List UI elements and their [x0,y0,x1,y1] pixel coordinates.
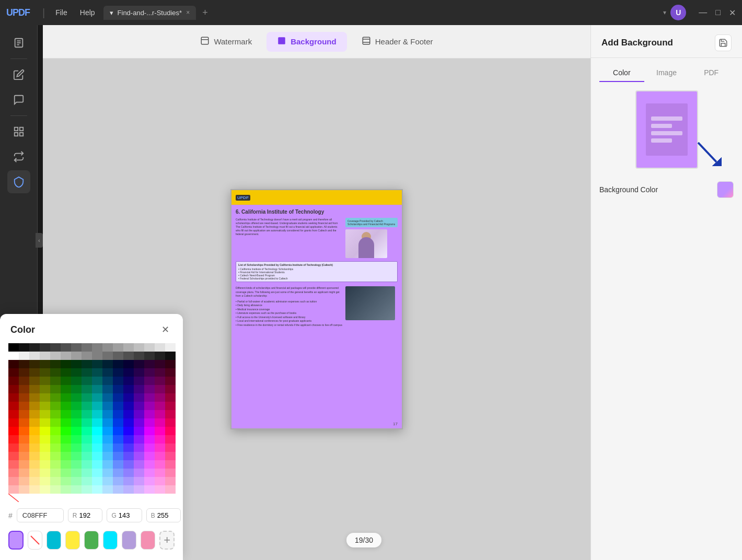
color-cell[interactable] [61,477,71,485]
color-cell[interactable] [92,444,102,452]
color-cell[interactable] [29,393,40,402]
color-cell[interactable] [113,410,123,418]
color-cell[interactable] [71,410,82,418]
pink-swatch[interactable] [141,531,155,550]
color-cell[interactable] [82,469,92,477]
color-cell[interactable] [102,393,113,402]
color-cell[interactable] [8,385,19,393]
color-cell[interactable] [102,360,113,368]
color-cell[interactable] [102,343,113,352]
color-cell[interactable] [71,485,82,494]
color-cell[interactable] [50,393,61,402]
color-cell[interactable] [92,418,102,427]
hex-input[interactable] [17,508,64,522]
color-cell[interactable] [144,352,155,360]
color-cell[interactable] [134,444,144,452]
color-cell[interactable] [50,343,61,352]
color-cell[interactable] [82,393,92,402]
color-cell[interactable] [113,435,123,444]
color-cell[interactable] [92,385,102,393]
maximize-button[interactable]: □ [715,8,721,18]
color-cell[interactable] [165,485,176,494]
color-cell[interactable] [82,418,92,427]
color-cell[interactable] [134,460,144,469]
color-cell[interactable] [50,477,61,485]
color-cell[interactable] [123,444,134,452]
color-cell[interactable] [61,410,71,418]
color-cell[interactable] [134,469,144,477]
color-cell[interactable] [92,377,102,385]
color-cell[interactable] [19,368,29,377]
color-cell[interactable] [82,435,92,444]
bg-color-swatch[interactable] [717,181,734,198]
color-cell[interactable] [102,368,113,377]
color-cell[interactable] [8,418,19,427]
color-picker-close-button[interactable]: ✕ [158,322,172,337]
color-cell[interactable] [102,402,113,410]
color-cell[interactable] [19,452,29,460]
color-cell[interactable] [134,352,144,360]
color-cell[interactable] [123,485,134,494]
color-cell[interactable] [82,477,92,485]
color-cell[interactable] [102,352,113,360]
sidebar-icon-comment[interactable] [7,88,30,111]
color-cell[interactable] [92,469,102,477]
color-cell[interactable] [123,427,134,435]
sidebar-icon-organize[interactable] [7,120,30,143]
color-cell[interactable] [155,360,165,368]
active-tab[interactable]: ▾ Find-and-...r-Studies* × [103,6,196,20]
color-cell[interactable] [29,469,40,477]
user-avatar[interactable]: U [670,5,686,20]
color-cell[interactable] [61,402,71,410]
color-cell[interactable] [92,435,102,444]
teal-color-swatch[interactable] [47,531,61,550]
color-cell[interactable] [61,469,71,477]
color-cell[interactable] [50,460,61,469]
color-cell[interactable] [61,368,71,377]
color-cell[interactable] [102,435,113,444]
color-cell[interactable] [144,393,155,402]
color-cell[interactable] [113,477,123,485]
color-cell[interactable] [165,410,176,418]
color-cell[interactable] [123,460,134,469]
color-cell[interactable] [113,360,123,368]
color-cell[interactable] [155,393,165,402]
color-cell[interactable] [92,360,102,368]
color-cell[interactable] [29,460,40,469]
color-cell[interactable] [29,368,40,377]
tab-image[interactable]: Image [644,64,689,82]
color-cell[interactable] [134,435,144,444]
color-cell[interactable] [123,452,134,460]
color-cell[interactable] [123,377,134,385]
color-cell[interactable] [165,368,176,377]
color-cell[interactable] [134,427,144,435]
tab-color[interactable]: Color [599,64,644,82]
color-cell[interactable] [113,444,123,452]
color-cell[interactable] [92,402,102,410]
color-cell[interactable] [134,360,144,368]
toolbar-tab-headerfooter[interactable]: Header & Footer [351,32,444,52]
color-cell[interactable] [82,360,92,368]
color-cell[interactable] [102,477,113,485]
color-cell[interactable] [102,469,113,477]
color-cell[interactable] [144,418,155,427]
color-cell[interactable] [92,410,102,418]
color-cell[interactable] [155,444,165,452]
color-cell[interactable] [155,427,165,435]
color-cell[interactable] [61,377,71,385]
color-cell[interactable] [165,377,176,385]
color-cell[interactable] [50,368,61,377]
color-cell[interactable] [71,435,82,444]
color-cell[interactable] [50,427,61,435]
close-button[interactable]: ✕ [729,8,736,18]
color-cell[interactable] [102,444,113,452]
color-cell[interactable] [19,435,29,444]
color-cell[interactable] [102,377,113,385]
color-cell[interactable] [8,377,19,385]
color-cell[interactable] [40,360,50,368]
selected-color-swatch[interactable] [8,531,24,550]
color-cell[interactable] [8,360,19,368]
color-cell[interactable] [50,418,61,427]
color-cell[interactable] [113,343,123,352]
color-cell[interactable] [61,418,71,427]
